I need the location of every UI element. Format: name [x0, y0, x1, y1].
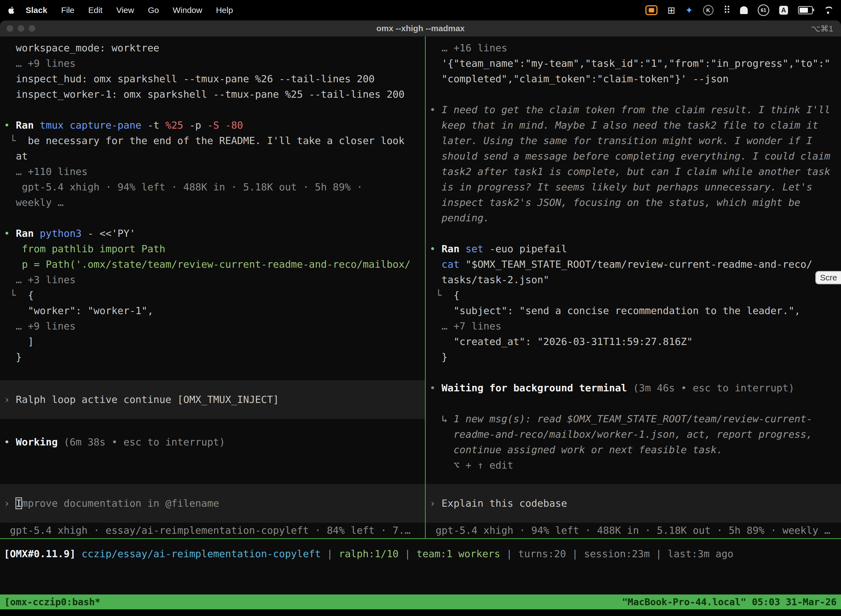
terminal-line: "created_at": "2026-03-31T11:59:27.816Z"	[426, 334, 841, 349]
terminal-text-segment: '{"team_name":"my-team","task_id":"1","f…	[429, 58, 830, 69]
terminal-text-segment: inspect_hud: omx sparkshell --tmux-pane …	[4, 73, 375, 84]
terminal-text-segment: |	[399, 548, 417, 559]
terminal-text-segment: at	[4, 150, 28, 162]
menu-item-window[interactable]: Window	[166, 6, 209, 15]
screen-tooltip: Scre	[815, 271, 841, 284]
menu-item-slack[interactable]: Slack	[19, 6, 54, 15]
terminal-line: at	[0, 148, 425, 164]
terminal-line: weekly …	[0, 195, 425, 210]
terminal-text-segment: I need to get the claim token from the c…	[441, 104, 830, 115]
terminal-text-segment: -S -80	[207, 119, 243, 131]
terminal-text-segment: readme-and-reco/mailbox/worker-1.json, a…	[429, 428, 812, 440]
terminal-text-segment: •	[4, 119, 16, 131]
terminal-text-segment: python3	[40, 228, 82, 239]
terminal-text-segment: - <<'PY'	[82, 228, 135, 239]
screen-recording-indicator[interactable]	[645, 5, 658, 15]
terminal-text-segment: tasks/task-2.json"	[429, 274, 549, 285]
terminal-text-segment: ⌥ + ↑ edit	[429, 459, 513, 471]
wifi-icon[interactable]	[823, 6, 833, 14]
terminal-line	[426, 226, 841, 241]
terminal-line: continue assigned work or next feasible …	[426, 442, 841, 458]
terminal-text-segment: Ralph loop active continue [OMX_TMUX_INJ…	[16, 394, 279, 405]
menu-item-go[interactable]: Go	[141, 6, 166, 15]
terminal-text-segment: ]	[4, 336, 34, 347]
terminal-text-segment: I	[16, 497, 22, 509]
terminal-text-segment: •	[4, 228, 16, 239]
terminal-line: p = Path('.omx/state/team/review-current…	[0, 257, 425, 272]
right-terminal-pane[interactable]: … +16 lines '{"team_name":"my-team","tas…	[426, 37, 841, 538]
app-grid-icon[interactable]: ⠿	[724, 4, 730, 16]
minimize-button[interactable]	[18, 25, 24, 32]
close-button[interactable]	[7, 25, 13, 32]
terminal-text-segment: cat	[441, 259, 459, 270]
terminal-text-segment: gpt-5.4 xhigh · 94% left · 488K in · 5.1…	[4, 181, 363, 193]
terminal-text-segment: Ran	[16, 119, 40, 131]
terminal-text-segment: … +16 lines	[429, 42, 507, 54]
terminal-text-segment: |	[321, 548, 339, 559]
terminal-text-segment: task2 after task1 is complete, but can I…	[429, 166, 830, 177]
terminal-line: pending.	[426, 210, 841, 226]
terminal-text-segment: {	[454, 289, 460, 301]
terminal-line: from pathlib import Path	[0, 241, 425, 257]
terminal-line: • Working (6m 38s • esc to interrupt)	[0, 434, 425, 450]
terminal-line: … +9 lines	[0, 56, 425, 71]
menu-item-file[interactable]: File	[54, 6, 81, 15]
terminal-line: • Waiting for background terminal (3m 46…	[426, 380, 841, 396]
terminal-text-segment: inspect task2's JSON, focusing on the st…	[429, 197, 800, 208]
terminal-line: • Ran tmux capture-pane -t %25 -p -S -80	[0, 117, 425, 133]
bottom-strip	[0, 609, 841, 616]
terminal-text-segment: "worker": "worker-1",	[4, 305, 154, 316]
prompt-row[interactable]: › Explain this codebase	[426, 484, 841, 523]
terminal-line: • I need to get the claim token from the…	[426, 102, 841, 117]
prompt-row[interactable]: › Ralph loop active continue [OMX_TMUX_I…	[0, 380, 425, 419]
battery-icon[interactable]	[798, 6, 813, 14]
window-grid-icon[interactable]: ⊞	[667, 5, 675, 16]
window-title-bar[interactable]: omx --xhigh --madmax ⌥⌘1	[0, 21, 841, 37]
terminal-text-segment: set	[466, 243, 484, 254]
ghostty-icon[interactable]	[740, 6, 748, 14]
terminal-line: • Ran set -euo pipefail	[426, 241, 841, 257]
terminal-line: ]	[0, 334, 425, 349]
terminal-line: }	[426, 349, 841, 365]
terminal-line: "completed","claim_token":"claim-token"}…	[426, 71, 841, 87]
terminal-text-segment: keep that in mind. Maybe I also need the…	[429, 119, 818, 131]
prompt-row[interactable]: › Improve documentation in @filename	[0, 484, 425, 523]
k-circle-icon[interactable]: K	[703, 5, 714, 15]
terminal-line: should send a message before completing …	[426, 148, 841, 164]
left-terminal-pane[interactable]: workspace_mode: worktree … +9 lines insp…	[0, 37, 425, 538]
battery-percent-badge[interactable]: 61	[757, 4, 769, 16]
terminal-text-segment: %25	[165, 119, 183, 131]
terminal-text-segment: "completed","claim_token":"claim-token"}…	[429, 73, 729, 84]
zoom-button[interactable]	[29, 25, 35, 32]
terminal-line: … +9 lines	[0, 318, 425, 334]
terminal-text-segment: |	[500, 548, 518, 559]
menu-item-edit[interactable]: Edit	[81, 6, 110, 15]
terminal-text-segment: }	[429, 351, 448, 363]
terminal-line	[0, 419, 425, 434]
menu-bar-left: SlackFileEditViewGoWindowHelp	[8, 6, 240, 15]
omx-status-line: [OMX#0.11.9] cczip/essay/ai-reimplementa…	[0, 539, 841, 562]
menu-item-view[interactable]: View	[109, 6, 141, 15]
terminal-line: }	[0, 349, 425, 365]
terminal-text-segment: from pathlib import Path	[4, 243, 165, 254]
input-source-icon[interactable]: A	[779, 6, 788, 15]
terminal-text-segment: … +110 lines	[4, 166, 88, 177]
menu-item-help[interactable]: Help	[209, 6, 240, 15]
pane-spacer	[0, 450, 425, 484]
apple-menu-icon[interactable]	[8, 6, 15, 14]
terminal-line: workspace_mode: worktree	[0, 40, 425, 56]
terminal-text-segment: workspace_mode: worktree	[4, 42, 160, 54]
tmux-session-label: [omx-cczip0:bash*	[4, 596, 100, 607]
terminal-line: └ be necessary for the end of the README…	[0, 133, 425, 148]
terminal-line: tasks/task-2.json"	[426, 272, 841, 287]
terminal-line	[426, 396, 841, 411]
terminal-line	[0, 210, 425, 226]
terminal-text-segment: └	[4, 135, 28, 146]
macos-menu-bar: SlackFileEditViewGoWindowHelp ⊞✦K⠿61A	[0, 0, 841, 21]
raycast-icon[interactable]: ✦	[685, 5, 693, 16]
window-title: omx --xhigh --madmax	[0, 24, 841, 33]
terminal-text-segment: team:1 workers	[417, 548, 500, 559]
menu-status-icons: ⊞✦K⠿61A	[645, 4, 833, 16]
terminal-line: └ {	[426, 287, 841, 303]
terminal-line: readme-and-reco/mailbox/worker-1.json, a…	[426, 427, 841, 442]
